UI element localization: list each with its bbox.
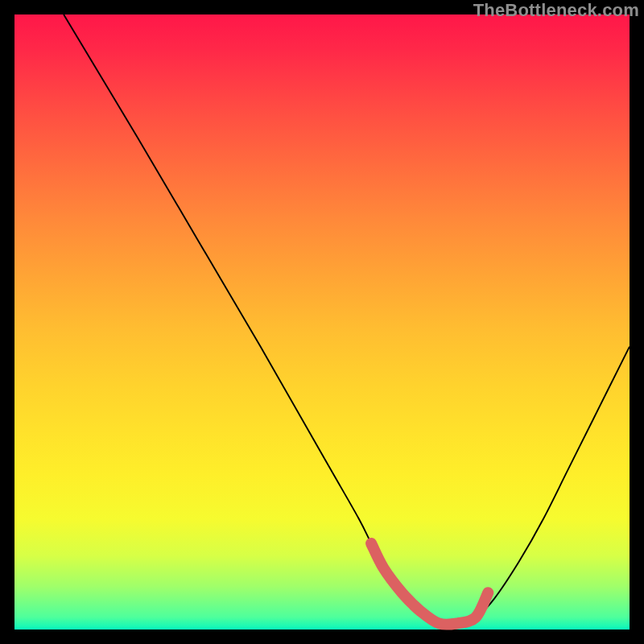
attribution-text: TheBottleneck.com: [473, 0, 639, 21]
optimal-range-marker: [371, 543, 488, 625]
chart-svg: [14, 14, 630, 630]
chart-plot-area: [14, 14, 630, 630]
bottleneck-curve: [64, 14, 630, 625]
chart-frame: TheBottleneck.com: [0, 0, 644, 644]
